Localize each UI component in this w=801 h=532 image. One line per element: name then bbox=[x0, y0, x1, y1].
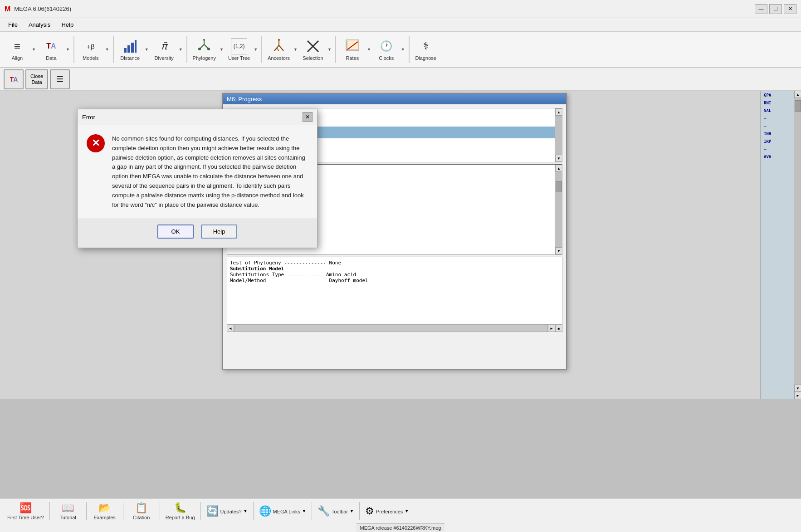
diagnose-button[interactable]: ⚕ Diagnose bbox=[412, 36, 440, 63]
minimize-button[interactable]: — bbox=[755, 4, 767, 14]
menu-analysis[interactable]: Analysis bbox=[24, 20, 55, 30]
toolbar-button[interactable]: 🔧 Toolbar ▼ bbox=[312, 503, 359, 519]
scroll-track[interactable] bbox=[794, 98, 801, 385]
svg-rect-2 bbox=[131, 43, 134, 53]
firsttime-button[interactable]: 🆘 First Time User? bbox=[2, 500, 49, 522]
toolbar-icon: 🔧 bbox=[317, 505, 330, 517]
updates-button[interactable]: 🔄 Updates? ▼ bbox=[201, 503, 253, 519]
phylogeny-arrow[interactable]: ▼ bbox=[219, 36, 225, 63]
svg-line-13 bbox=[274, 48, 277, 51]
tutorial-icon: 📖 bbox=[62, 502, 74, 514]
maximize-button[interactable]: ☐ bbox=[769, 4, 782, 14]
scroll-right-btn[interactable]: ► bbox=[794, 392, 801, 399]
scroll-thumb[interactable] bbox=[795, 100, 801, 112]
close-button[interactable]: ✕ bbox=[784, 4, 796, 14]
clocks-button[interactable]: 🕐 Clocks bbox=[373, 36, 400, 63]
menu-file[interactable]: File bbox=[4, 20, 22, 30]
citation-button[interactable]: 📋 Citation bbox=[123, 500, 160, 522]
ta-button[interactable]: TA bbox=[4, 69, 24, 89]
updates-label: Updates? bbox=[220, 509, 242, 514]
diversity-arrow[interactable]: ▼ bbox=[178, 36, 184, 63]
clocks-icon: 🕐 bbox=[378, 38, 395, 54]
status-bottom-bar: MEGA release #6140226 WRKY.meg bbox=[357, 523, 445, 532]
error-close-button[interactable]: ✕ bbox=[303, 112, 313, 122]
updates-arrow[interactable]: ▼ bbox=[244, 509, 248, 513]
sequence-panel: GPA RNI SAL — — INH IRP — AVA ▲ ▼ ► bbox=[760, 91, 801, 399]
hscroll-track[interactable] bbox=[234, 325, 548, 332]
progress-title-bar: M6: Progress bbox=[223, 94, 566, 104]
toolbar-arrow[interactable]: ▼ bbox=[350, 509, 354, 513]
align-arrow[interactable]: ▼ bbox=[31, 36, 37, 63]
distance-arrow[interactable]: ▼ bbox=[144, 36, 150, 63]
reportbug-button[interactable]: 🐛 Report a Bug bbox=[160, 500, 200, 522]
reportbug-label: Report a Bug bbox=[166, 515, 195, 520]
error-body: ✕ No common sites found for computing di… bbox=[78, 125, 317, 219]
error-icon: ✕ bbox=[87, 134, 105, 152]
align-button[interactable]: ≡ Align bbox=[4, 36, 31, 63]
data-arrow[interactable]: ▼ bbox=[65, 36, 71, 63]
lscroll-down[interactable]: ▼ bbox=[555, 247, 562, 254]
main-toolbar: ≡ Align ▼ TA Data ▼ +β Models ▼ Distance… bbox=[0, 32, 801, 68]
lscroll-up[interactable]: ▲ bbox=[555, 165, 562, 172]
models-arrow[interactable]: ▼ bbox=[104, 36, 110, 63]
ok-button[interactable]: OK bbox=[157, 225, 194, 239]
corner-btn[interactable]: ■ bbox=[555, 325, 562, 332]
svg-rect-3 bbox=[135, 40, 137, 53]
models-button[interactable]: +β Models bbox=[77, 36, 104, 63]
usertree-button[interactable]: (1,2) User Tree bbox=[225, 36, 253, 63]
diversity-button[interactable]: π̄ Diversity bbox=[151, 36, 178, 63]
clocks-arrow[interactable]: ▼ bbox=[400, 36, 406, 63]
preferences-button[interactable]: ⚙ Preferences ▼ bbox=[360, 503, 414, 519]
lscroll-track[interactable] bbox=[555, 172, 562, 247]
preferences-arrow[interactable]: ▼ bbox=[405, 509, 409, 513]
megalinks-button[interactable]: 🌐 MEGA Links ▼ bbox=[254, 503, 312, 519]
tutorial-label: Tutorial bbox=[60, 515, 76, 520]
rates-button[interactable]: Rates bbox=[339, 36, 366, 63]
error-title-bar: Error ✕ bbox=[78, 109, 317, 125]
ancestors-arrow[interactable]: ▼ bbox=[293, 36, 298, 63]
hscroll-left[interactable]: ◄ bbox=[227, 325, 234, 332]
pscroll-down[interactable]: ▼ bbox=[555, 155, 562, 162]
scroll-up[interactable]: ▲ bbox=[794, 91, 801, 98]
rates-label: Rates bbox=[346, 55, 359, 61]
rates-group: Rates ▼ bbox=[339, 36, 372, 63]
svg-line-14 bbox=[277, 48, 279, 51]
firsttime-icon: 🆘 bbox=[20, 502, 32, 514]
menu-button[interactable]: ☰ bbox=[50, 69, 70, 89]
data-button[interactable]: TA Data bbox=[38, 36, 65, 63]
usertree-arrow[interactable]: ▼ bbox=[253, 36, 259, 63]
selection-arrow[interactable]: ▼ bbox=[327, 36, 332, 63]
hscroll-right[interactable]: ► bbox=[548, 325, 555, 332]
title-bar-left: M MEGA 6.06(6140226) bbox=[5, 5, 71, 13]
right-scrollbar: ▲ ▼ ► bbox=[794, 91, 801, 399]
progress-bottom-log: Test of Phylogeny -------------- None Su… bbox=[227, 257, 562, 325]
rates-arrow[interactable]: ▼ bbox=[366, 36, 372, 63]
svg-rect-1 bbox=[127, 45, 130, 53]
error-title-text: Error bbox=[82, 114, 95, 121]
citation-icon: 📋 bbox=[135, 502, 147, 514]
models-icon: +β bbox=[83, 38, 99, 54]
ancestors-button[interactable]: Ancestors bbox=[265, 36, 293, 63]
pscroll-track[interactable] bbox=[555, 116, 562, 155]
distance-button[interactable]: Distance bbox=[117, 36, 144, 63]
selection-icon bbox=[305, 38, 321, 54]
megalinks-arrow[interactable]: ▼ bbox=[302, 509, 306, 513]
close-data-button[interactable]: CloseData bbox=[25, 69, 48, 89]
selection-button[interactable]: Selection bbox=[299, 36, 327, 63]
tutorial-button[interactable]: 📖 Tutorial bbox=[50, 500, 86, 522]
help-button[interactable]: Help bbox=[201, 225, 237, 239]
sep2 bbox=[113, 36, 114, 63]
examples-button[interactable]: 📂 Examples bbox=[87, 500, 123, 522]
align-icon: ≡ bbox=[9, 38, 25, 54]
lscroll-thumb[interactable] bbox=[556, 181, 562, 192]
secondary-toolbar: TA CloseData ☰ bbox=[0, 68, 801, 91]
diversity-icon: π̄ bbox=[156, 38, 172, 54]
menu-help[interactable]: Help bbox=[57, 20, 78, 30]
selection-label: Selection bbox=[303, 55, 323, 61]
pscroll-up[interactable]: ▲ bbox=[555, 108, 562, 116]
phylogeny-button[interactable]: Phylogeny bbox=[190, 36, 219, 63]
scroll-down[interactable]: ▼ bbox=[794, 385, 801, 392]
bottom-toolbar: 🆘 First Time User? 📖 Tutorial 📂 Examples… bbox=[0, 499, 801, 523]
progress-title: M6: Progress bbox=[227, 96, 262, 102]
citation-label: Citation bbox=[133, 515, 150, 520]
